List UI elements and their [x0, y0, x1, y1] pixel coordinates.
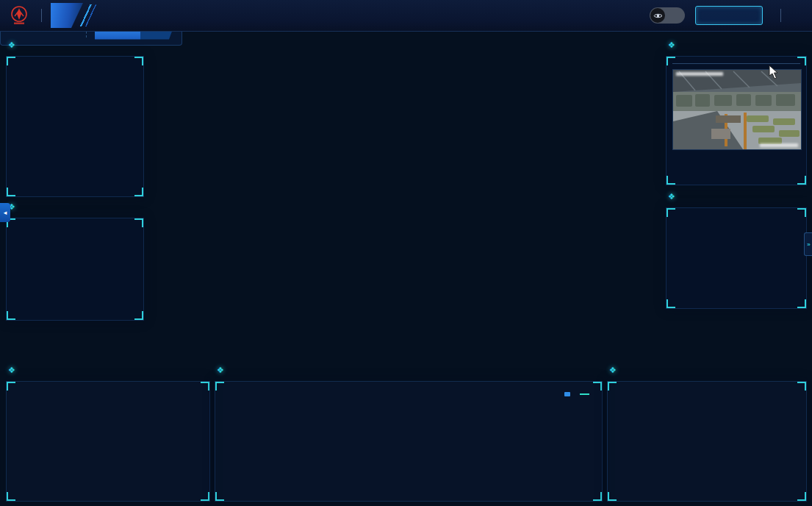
- corner-accents: [608, 382, 806, 501]
- legend-bar: [564, 392, 572, 396]
- corner-accents: [215, 382, 602, 501]
- legend-line: [580, 393, 592, 395]
- energy-panel-title: ❖: [8, 40, 19, 50]
- cctv-label-overlay: [760, 143, 798, 147]
- efficiency-panel: ❖: [215, 381, 603, 502]
- line-legend-icon: [580, 393, 589, 395]
- corner-accents: [7, 218, 143, 320]
- view-control-tab[interactable]: ◂: [0, 203, 10, 222]
- quality-panel: ❖: [6, 218, 144, 321]
- diamond-icon: ❖: [217, 366, 224, 375]
- eye-icon: [650, 8, 665, 23]
- cctv-timestamp-overlay: [676, 72, 723, 76]
- line-selector-dropdown[interactable]: [695, 6, 763, 25]
- energy-panel: ❖: [6, 56, 144, 197]
- video-panel-title: ❖: [668, 40, 679, 50]
- diamond-icon: ❖: [8, 40, 15, 50]
- panel-collapse-chevron-icon[interactable]: »: [804, 232, 812, 256]
- efficiency-panel-title: ❖: [217, 366, 228, 375]
- header-divider: [41, 9, 42, 22]
- video-panel: ❖: [666, 56, 807, 185]
- corner-accents: [7, 57, 143, 196]
- corner-accents: [7, 382, 209, 501]
- diamond-icon: ❖: [609, 366, 617, 375]
- visibility-toggle[interactable]: [650, 7, 685, 24]
- company-logo-icon: [10, 6, 28, 25]
- corner-accents: [667, 208, 806, 308]
- equipment-panel: ❖: [666, 207, 807, 309]
- header-divider: [780, 9, 781, 22]
- cctv-still: [673, 70, 801, 149]
- diamond-icon: ❖: [668, 192, 675, 202]
- production-panel: ❖: [6, 381, 210, 502]
- video-tabs: [672, 61, 800, 64]
- orders-panel: ❖: [607, 381, 807, 502]
- diamond-icon: ❖: [8, 366, 15, 375]
- video-frame[interactable]: [672, 69, 802, 150]
- efficiency-stats: [223, 392, 287, 396]
- equipment-panel-title: ❖: [668, 192, 679, 202]
- orders-panel-title: ❖: [609, 366, 620, 375]
- hourly-chart-legend: [564, 392, 592, 396]
- company-logo: [0, 6, 34, 25]
- dashboard: ❖ ❖: [0, 0, 812, 506]
- bar-legend-icon: [564, 392, 570, 396]
- production-panel-title: ❖: [8, 366, 19, 375]
- diamond-icon: ❖: [668, 40, 675, 50]
- app-header: [0, 0, 812, 32]
